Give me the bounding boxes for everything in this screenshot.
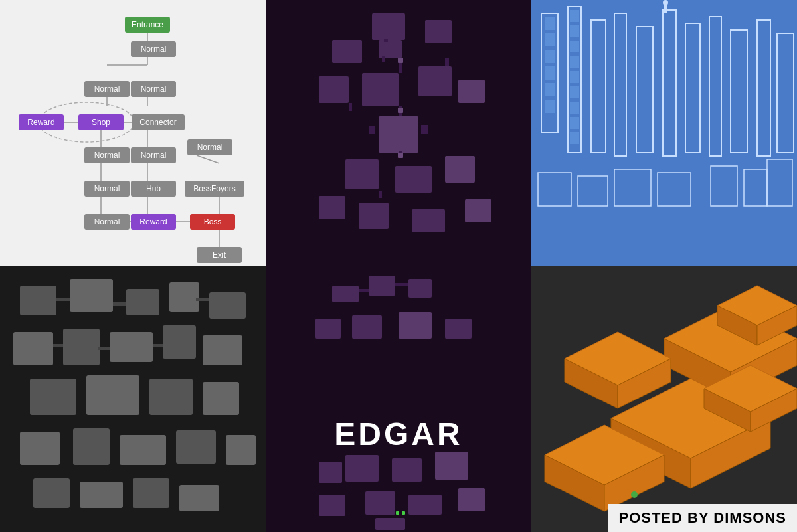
svg-rect-131 bbox=[402, 511, 405, 515]
panel-dungeon-top bbox=[266, 0, 531, 266]
svg-rect-87 bbox=[209, 292, 246, 319]
node-exit[interactable]: Exit bbox=[197, 247, 242, 263]
svg-rect-22 bbox=[379, 40, 402, 58]
node-bossfoyers[interactable]: BossFoyers bbox=[185, 181, 244, 197]
svg-rect-77 bbox=[744, 169, 767, 206]
svg-rect-100 bbox=[176, 430, 216, 464]
svg-rect-106 bbox=[56, 298, 70, 301]
svg-rect-85 bbox=[126, 289, 159, 315]
svg-rect-110 bbox=[153, 344, 163, 347]
node-normal-3[interactable]: Normal bbox=[131, 81, 176, 97]
edgar-title: EDGAR bbox=[334, 416, 462, 452]
svg-rect-26 bbox=[418, 66, 452, 96]
svg-rect-60 bbox=[570, 71, 579, 83]
node-normal-4[interactable]: Normal bbox=[84, 147, 130, 163]
svg-rect-94 bbox=[86, 375, 139, 415]
svg-rect-107 bbox=[113, 302, 126, 306]
node-hub[interactable]: Hub bbox=[131, 181, 176, 197]
svg-rect-90 bbox=[110, 332, 153, 362]
svg-rect-80 bbox=[578, 176, 608, 206]
svg-rect-102 bbox=[33, 478, 70, 508]
node-entrance[interactable]: Entrance bbox=[125, 17, 170, 33]
svg-rect-81 bbox=[614, 169, 651, 206]
node-boss[interactable]: Boss bbox=[190, 214, 235, 230]
svg-rect-52 bbox=[545, 66, 555, 80]
svg-rect-58 bbox=[570, 41, 579, 52]
svg-rect-41 bbox=[349, 103, 352, 111]
svg-rect-99 bbox=[120, 435, 166, 465]
node-reward-2[interactable]: Reward bbox=[131, 214, 176, 230]
svg-rect-31 bbox=[421, 125, 428, 134]
svg-rect-68 bbox=[663, 10, 676, 156]
posted-by-badge: POSTED BY DIMSONS bbox=[608, 504, 797, 532]
svg-rect-28 bbox=[319, 76, 349, 103]
svg-rect-109 bbox=[98, 347, 110, 350]
svg-rect-118 bbox=[398, 312, 432, 339]
svg-rect-121 bbox=[345, 455, 379, 482]
svg-rect-119 bbox=[445, 319, 472, 339]
svg-rect-24 bbox=[382, 56, 385, 62]
svg-rect-72 bbox=[757, 20, 770, 156]
node-normal-2[interactable]: Normal bbox=[84, 81, 130, 97]
svg-rect-117 bbox=[352, 315, 382, 339]
svg-line-16 bbox=[197, 155, 219, 163]
main-grid: Entrance Normal Normal Normal Reward Sho… bbox=[0, 0, 797, 532]
svg-rect-49 bbox=[545, 17, 555, 30]
svg-rect-32 bbox=[345, 159, 379, 189]
svg-rect-39 bbox=[398, 63, 402, 73]
svg-rect-23 bbox=[384, 39, 388, 42]
svg-rect-104 bbox=[133, 478, 169, 508]
svg-rect-59 bbox=[570, 56, 579, 68]
svg-rect-54 bbox=[545, 100, 555, 113]
svg-rect-63 bbox=[570, 117, 579, 129]
panel-node-graph: Entrance Normal Normal Normal Reward Sho… bbox=[0, 0, 266, 266]
svg-rect-19 bbox=[425, 20, 452, 43]
svg-rect-98 bbox=[73, 428, 110, 465]
node-normal-7[interactable]: Normal bbox=[84, 181, 130, 197]
node-normal-8[interactable]: Normal bbox=[84, 214, 130, 230]
svg-rect-96 bbox=[203, 382, 239, 415]
node-normal-1[interactable]: Normal bbox=[131, 41, 176, 57]
node-normal-5[interactable]: Normal bbox=[131, 147, 176, 163]
svg-rect-88 bbox=[13, 332, 53, 365]
svg-rect-38 bbox=[465, 199, 491, 222]
svg-rect-69 bbox=[685, 23, 700, 153]
svg-rect-46 bbox=[398, 108, 403, 113]
node-normal-6[interactable]: Normal bbox=[187, 139, 232, 155]
svg-rect-120 bbox=[315, 319, 341, 339]
svg-rect-73 bbox=[777, 33, 794, 153]
svg-rect-92 bbox=[203, 335, 242, 365]
svg-rect-95 bbox=[149, 379, 193, 415]
svg-rect-70 bbox=[709, 17, 721, 156]
svg-rect-50 bbox=[545, 33, 555, 46]
panel-edgar: EDGAR bbox=[266, 266, 531, 532]
svg-rect-101 bbox=[226, 435, 256, 465]
svg-rect-115 bbox=[395, 283, 408, 286]
svg-rect-34 bbox=[445, 156, 475, 183]
node-shop[interactable]: Shop bbox=[78, 114, 124, 130]
svg-rect-129 bbox=[375, 518, 405, 530]
svg-point-150 bbox=[631, 491, 638, 498]
node-connector[interactable]: Connector bbox=[132, 114, 185, 130]
svg-rect-79 bbox=[538, 173, 571, 206]
svg-rect-71 bbox=[731, 30, 747, 153]
svg-point-75 bbox=[663, 0, 668, 5]
svg-rect-108 bbox=[53, 344, 63, 347]
svg-rect-51 bbox=[545, 50, 555, 63]
svg-rect-20 bbox=[332, 40, 362, 63]
svg-rect-128 bbox=[319, 495, 345, 516]
svg-rect-111 bbox=[196, 298, 209, 301]
node-reward-1[interactable]: Reward bbox=[19, 114, 64, 130]
svg-rect-29 bbox=[379, 116, 418, 153]
svg-rect-62 bbox=[570, 102, 579, 114]
svg-rect-45 bbox=[398, 58, 403, 63]
svg-rect-37 bbox=[319, 196, 345, 219]
svg-rect-35 bbox=[359, 203, 389, 229]
svg-rect-122 bbox=[392, 458, 422, 482]
svg-rect-65 bbox=[591, 20, 606, 153]
panel-dungeon-dark bbox=[0, 266, 266, 532]
svg-rect-103 bbox=[80, 482, 123, 508]
svg-rect-127 bbox=[458, 488, 485, 511]
svg-rect-56 bbox=[570, 10, 579, 22]
svg-rect-93 bbox=[30, 379, 76, 415]
